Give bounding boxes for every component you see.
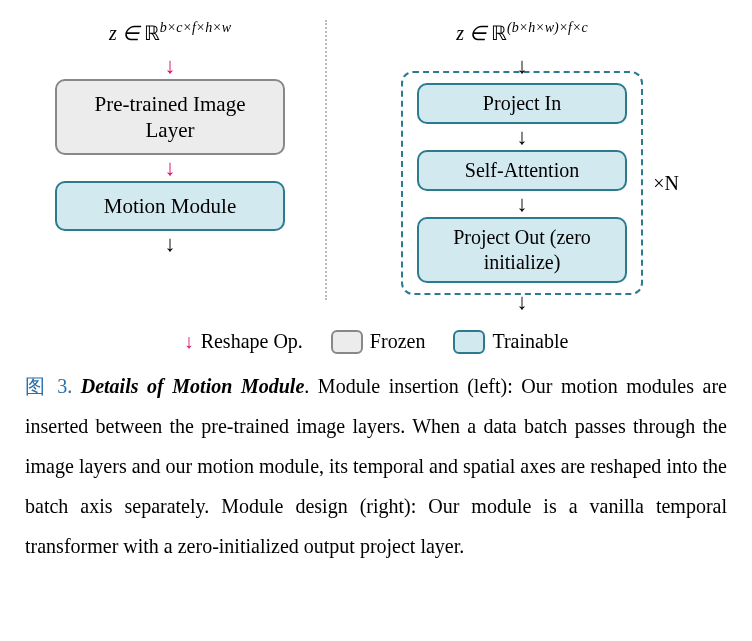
flow-arrow-icon: ↓ [517, 55, 528, 77]
pretrained-image-layer-box: Pre-trained Image Layer [55, 79, 285, 156]
figure-body: . Module insertion (left): Our motion mo… [25, 375, 727, 557]
repeat-n-label: ×N [653, 171, 679, 194]
flow-arrow-icon: ↓ [517, 193, 528, 215]
transformer-block: Project In ↓ Self-Attention ↓ Project Ou… [401, 71, 643, 295]
motion-module-box: Motion Module [55, 181, 285, 231]
legend-label: Frozen [370, 330, 426, 353]
reshape-arrow-icon: ↓ [165, 157, 176, 179]
legend: ↓ Reshape Op. Frozen Trainable [25, 330, 727, 354]
reshape-arrow-icon: ↓ [184, 330, 194, 353]
legend-frozen: Frozen [331, 330, 426, 354]
figure-title: Details of Motion Module [81, 375, 305, 397]
frozen-swatch-icon [331, 330, 363, 354]
figure-number: 图 3. [25, 375, 72, 397]
legend-trainable: Trainable [453, 330, 568, 354]
left-tensor-shape: z ∈ ℝb×c×f×h×w [109, 20, 231, 45]
column-divider [325, 20, 327, 300]
project-out-box: Project Out (zero initialize) [417, 217, 627, 283]
right-column: z ∈ ℝ(b×h×w)×f×c ↓ Project In ↓ Self-Att… [337, 20, 707, 315]
flow-arrow-icon: ↓ [517, 126, 528, 148]
right-tensor-shape: z ∈ ℝ(b×h×w)×f×c [456, 20, 587, 45]
figure-caption: 图 3. Details of Motion Module. Module in… [25, 366, 727, 566]
project-in-box: Project In [417, 83, 627, 124]
legend-reshape: ↓ Reshape Op. [184, 330, 303, 353]
reshape-arrow-icon: ↓ [165, 55, 176, 77]
legend-label: Trainable [492, 330, 568, 353]
flow-arrow-icon: ↓ [165, 233, 176, 255]
legend-label: Reshape Op. [201, 330, 303, 353]
left-column: z ∈ ℝb×c×f×h×w ↓ Pre-trained Image Layer… [25, 20, 315, 257]
trainable-swatch-icon [453, 330, 485, 354]
figure-diagram: z ∈ ℝb×c×f×h×w ↓ Pre-trained Image Layer… [25, 20, 727, 315]
self-attention-box: Self-Attention [417, 150, 627, 191]
